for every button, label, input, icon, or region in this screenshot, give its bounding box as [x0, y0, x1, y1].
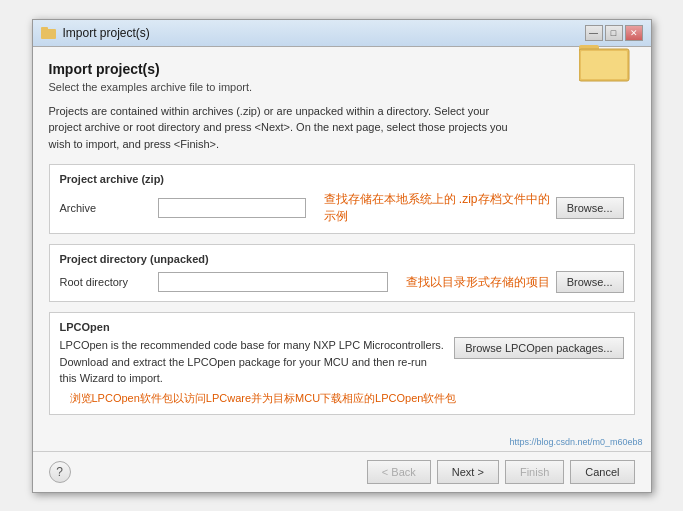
root-directory-label: Root directory: [60, 276, 150, 288]
footer-left: ?: [49, 461, 71, 483]
watermark: https://blog.csdn.net/m0_m60eb8: [33, 435, 651, 451]
lpcopen-browse-button[interactable]: Browse LPCOpen packages...: [454, 337, 623, 359]
page-subtitle: Select the examples archive file to impo…: [49, 81, 635, 93]
lpcopen-row: LPCOpen is the recommended code base for…: [60, 337, 624, 387]
cancel-button[interactable]: Cancel: [570, 460, 634, 484]
title-bar: Import project(s) — □ ✕: [33, 20, 651, 47]
footer-right: < Back Next > Finish Cancel: [367, 460, 635, 484]
folder-illustration: [579, 39, 631, 86]
import-dialog: Import project(s) — □ ✕ Import project(s…: [32, 19, 652, 493]
description-text: Projects are contained within archives (…: [49, 103, 635, 153]
and-text: and: [122, 138, 140, 150]
archive-browse-button[interactable]: Browse...: [556, 197, 624, 219]
svg-rect-4: [581, 51, 627, 79]
archive-annotation: 查找存储在本地系统上的 .zip存档文件中的示例: [324, 191, 550, 225]
archive-label: Archive: [60, 202, 150, 214]
archive-section: Project archive (zip) Archive 查找存储在本地系统上…: [49, 164, 635, 234]
footer-bar: ? < Back Next > Finish Cancel: [33, 451, 651, 492]
root-directory-input[interactable]: [158, 272, 388, 292]
lpcopen-description: LPCOpen is the recommended code base for…: [60, 337, 445, 387]
page-title: Import project(s): [49, 61, 635, 77]
back-button[interactable]: < Back: [367, 460, 431, 484]
dialog-content: Import project(s) Select the examples ar…: [33, 47, 651, 435]
directory-section: Project directory (unpacked) Root direct…: [49, 244, 635, 302]
finish-button[interactable]: Finish: [505, 460, 564, 484]
svg-rect-0: [41, 29, 56, 39]
window-title: Import project(s): [63, 26, 150, 40]
title-bar-left: Import project(s): [41, 25, 150, 41]
directory-browse-button[interactable]: Browse...: [556, 271, 624, 293]
window-icon: [41, 25, 57, 41]
archive-input[interactable]: [158, 198, 306, 218]
archive-section-title: Project archive (zip): [60, 173, 624, 185]
help-button[interactable]: ?: [49, 461, 71, 483]
lpcopen-title: LPCOpen: [60, 321, 624, 333]
directory-section-title: Project directory (unpacked): [60, 253, 624, 265]
lpcopen-section: LPCOpen LPCOpen is the recommended code …: [49, 312, 635, 415]
lpcopen-annotation-zh: 浏览LPCOpen软件包以访问LPCware并为目标MCU下载相应的LPCOpe…: [70, 391, 624, 406]
next-button[interactable]: Next >: [437, 460, 499, 484]
svg-rect-1: [41, 27, 48, 30]
directory-annotation: 查找以目录形式存储的项目: [406, 274, 550, 291]
